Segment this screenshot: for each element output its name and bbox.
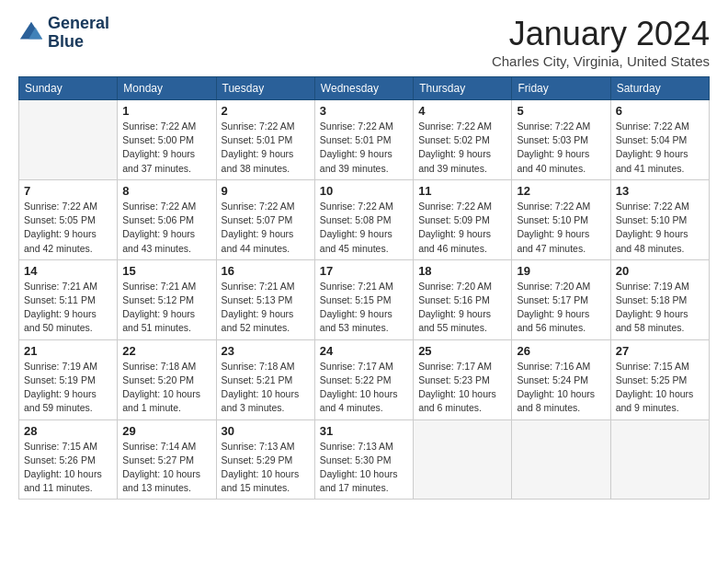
calendar-cell [414,419,512,500]
calendar-cell: 30Sunrise: 7:13 AMSunset: 5:29 PMDayligh… [216,419,314,500]
location-title: Charles City, Virginia, United States [492,53,710,69]
page-header: General Blue January 2024 Charles City, … [18,15,710,69]
calendar-cell: 19Sunrise: 7:20 AMSunset: 5:17 PMDayligh… [512,259,610,339]
weekday-header-saturday: Saturday [610,77,709,100]
day-number: 31 [320,424,408,438]
weekday-header-friday: Friday [512,77,610,100]
day-info: Sunrise: 7:21 AMSunset: 5:12 PMDaylight:… [122,280,210,336]
day-number: 22 [122,344,210,358]
calendar-cell: 15Sunrise: 7:21 AMSunset: 5:12 PMDayligh… [118,259,216,339]
day-info: Sunrise: 7:22 AMSunset: 5:02 PMDaylight:… [418,120,506,176]
day-number: 9 [222,184,310,198]
calendar-cell: 7Sunrise: 7:22 AMSunset: 5:05 PMDaylight… [19,179,118,259]
day-info: Sunrise: 7:20 AMSunset: 5:16 PMDaylight:… [418,280,506,336]
calendar-cell: 17Sunrise: 7:21 AMSunset: 5:15 PMDayligh… [314,259,413,339]
day-number: 30 [222,424,310,438]
calendar-cell: 20Sunrise: 7:19 AMSunset: 5:18 PMDayligh… [610,259,709,339]
day-number: 10 [320,184,408,198]
day-number: 20 [616,264,704,278]
calendar-cell: 11Sunrise: 7:22 AMSunset: 5:09 PMDayligh… [414,179,512,259]
day-number: 17 [320,264,408,278]
day-number: 5 [517,104,605,118]
calendar-cell: 25Sunrise: 7:17 AMSunset: 5:23 PMDayligh… [414,339,512,419]
calendar-cell: 6Sunrise: 7:22 AMSunset: 5:04 PMDaylight… [610,100,709,180]
day-info: Sunrise: 7:16 AMSunset: 5:24 PMDaylight:… [517,360,605,416]
day-number: 26 [517,344,605,358]
day-info: Sunrise: 7:13 AMSunset: 5:30 PMDaylight:… [320,440,408,496]
calendar-table: SundayMondayTuesdayWednesdayThursdayFrid… [18,76,710,500]
day-number: 16 [222,264,310,278]
day-info: Sunrise: 7:22 AMSunset: 5:07 PMDaylight:… [222,200,310,256]
calendar-cell: 27Sunrise: 7:15 AMSunset: 5:25 PMDayligh… [610,339,709,419]
day-info: Sunrise: 7:17 AMSunset: 5:23 PMDaylight:… [418,360,506,416]
calendar-cell: 29Sunrise: 7:14 AMSunset: 5:27 PMDayligh… [118,419,216,500]
calendar-cell: 9Sunrise: 7:22 AMSunset: 5:07 PMDaylight… [216,179,314,259]
day-info: Sunrise: 7:21 AMSunset: 5:15 PMDaylight:… [320,280,408,336]
calendar-cell: 4Sunrise: 7:22 AMSunset: 5:02 PMDaylight… [414,100,512,180]
day-number: 2 [222,104,310,118]
day-info: Sunrise: 7:18 AMSunset: 5:20 PMDaylight:… [122,360,210,416]
week-row-1: 1Sunrise: 7:22 AMSunset: 5:00 PMDaylight… [19,100,710,180]
day-info: Sunrise: 7:19 AMSunset: 5:18 PMDaylight:… [616,280,704,336]
day-number: 11 [418,184,506,198]
week-row-4: 21Sunrise: 7:19 AMSunset: 5:19 PMDayligh… [19,339,710,419]
month-title: January 2024 [492,15,710,53]
day-number: 29 [122,424,210,438]
day-info: Sunrise: 7:22 AMSunset: 5:10 PMDaylight:… [517,200,605,256]
weekday-header-row: SundayMondayTuesdayWednesdayThursdayFrid… [19,77,710,100]
day-info: Sunrise: 7:17 AMSunset: 5:22 PMDaylight:… [320,360,408,416]
day-info: Sunrise: 7:22 AMSunset: 5:08 PMDaylight:… [320,200,408,256]
logo-line1: General [48,15,109,33]
day-info: Sunrise: 7:15 AMSunset: 5:26 PMDaylight:… [24,440,112,496]
day-info: Sunrise: 7:22 AMSunset: 5:05 PMDaylight:… [24,200,112,256]
day-info: Sunrise: 7:22 AMSunset: 5:06 PMDaylight:… [122,200,210,256]
weekday-header-thursday: Thursday [414,77,512,100]
day-info: Sunrise: 7:18 AMSunset: 5:21 PMDaylight:… [222,360,310,416]
calendar-cell [512,419,610,500]
calendar-cell: 21Sunrise: 7:19 AMSunset: 5:19 PMDayligh… [19,339,118,419]
day-info: Sunrise: 7:22 AMSunset: 5:00 PMDaylight:… [122,120,210,176]
week-row-3: 14Sunrise: 7:21 AMSunset: 5:11 PMDayligh… [19,259,710,339]
calendar-cell: 2Sunrise: 7:22 AMSunset: 5:01 PMDaylight… [216,100,314,180]
day-number: 25 [418,344,506,358]
day-info: Sunrise: 7:22 AMSunset: 5:01 PMDaylight:… [320,120,408,176]
day-number: 27 [616,344,704,358]
calendar-cell: 13Sunrise: 7:22 AMSunset: 5:10 PMDayligh… [610,179,709,259]
day-info: Sunrise: 7:15 AMSunset: 5:25 PMDaylight:… [616,360,704,416]
day-number: 13 [616,184,704,198]
logo: General Blue [18,15,109,52]
day-info: Sunrise: 7:19 AMSunset: 5:19 PMDaylight:… [24,360,112,416]
title-block: January 2024 Charles City, Virginia, Uni… [492,15,710,69]
calendar-cell: 28Sunrise: 7:15 AMSunset: 5:26 PMDayligh… [19,419,118,500]
calendar-cell: 1Sunrise: 7:22 AMSunset: 5:00 PMDaylight… [118,100,216,180]
calendar-cell: 22Sunrise: 7:18 AMSunset: 5:20 PMDayligh… [118,339,216,419]
day-number: 19 [517,264,605,278]
day-number: 7 [24,184,112,198]
calendar-cell: 14Sunrise: 7:21 AMSunset: 5:11 PMDayligh… [19,259,118,339]
day-number: 24 [320,344,408,358]
day-info: Sunrise: 7:22 AMSunset: 5:10 PMDaylight:… [616,200,704,256]
weekday-header-sunday: Sunday [19,77,118,100]
calendar-cell [19,100,118,180]
calendar-cell: 12Sunrise: 7:22 AMSunset: 5:10 PMDayligh… [512,179,610,259]
weekday-header-tuesday: Tuesday [216,77,314,100]
day-number: 18 [418,264,506,278]
day-number: 4 [418,104,506,118]
logo-line2: Blue [48,33,109,52]
day-info: Sunrise: 7:21 AMSunset: 5:11 PMDaylight:… [24,280,112,336]
week-row-2: 7Sunrise: 7:22 AMSunset: 5:05 PMDaylight… [19,179,710,259]
calendar-cell: 31Sunrise: 7:13 AMSunset: 5:30 PMDayligh… [314,419,413,500]
day-number: 21 [24,344,112,358]
day-info: Sunrise: 7:22 AMSunset: 5:01 PMDaylight:… [222,120,310,176]
calendar-cell: 10Sunrise: 7:22 AMSunset: 5:08 PMDayligh… [314,179,413,259]
weekday-header-monday: Monday [118,77,216,100]
day-info: Sunrise: 7:22 AMSunset: 5:03 PMDaylight:… [517,120,605,176]
day-number: 1 [122,104,210,118]
calendar-cell: 8Sunrise: 7:22 AMSunset: 5:06 PMDaylight… [118,179,216,259]
weekday-header-wednesday: Wednesday [314,77,413,100]
day-info: Sunrise: 7:20 AMSunset: 5:17 PMDaylight:… [517,280,605,336]
day-number: 15 [122,264,210,278]
calendar-cell: 16Sunrise: 7:21 AMSunset: 5:13 PMDayligh… [216,259,314,339]
day-info: Sunrise: 7:21 AMSunset: 5:13 PMDaylight:… [222,280,310,336]
day-info: Sunrise: 7:14 AMSunset: 5:27 PMDaylight:… [122,440,210,496]
